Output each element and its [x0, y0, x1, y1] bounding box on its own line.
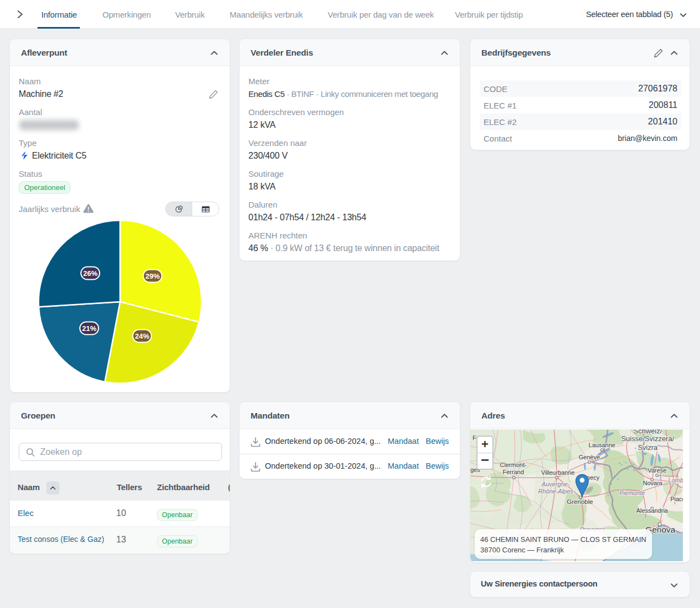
svg-text:Novara: Novara	[643, 480, 663, 486]
svg-text:Genève: Genève	[579, 454, 600, 460]
svg-text:Rhône-Alpes: Rhône-Alpes	[538, 488, 573, 495]
svg-text:Suisse/Svizzera/: Suisse/Svizzera/	[621, 435, 674, 443]
svg-text:Piacen: Piacen	[670, 496, 683, 502]
svg-text:Lausanne: Lausanne	[589, 442, 615, 448]
svg-text:Clermont-: Clermont-	[500, 462, 527, 468]
svg-text:Grenoble: Grenoble	[567, 498, 593, 505]
svg-text:Alessandria: Alessandria	[636, 507, 668, 514]
svg-text:Ferrand: Ferrand	[503, 469, 524, 475]
svg-text:Piemonte: Piemonte	[620, 490, 645, 496]
svg-text:Auvergne-: Auvergne-	[541, 481, 570, 487]
svg-text:Lombar: Lombar	[668, 477, 683, 484]
svg-text:Villeurbanne: Villeurbanne	[541, 469, 575, 476]
svg-text:Svizra: Svizra	[638, 443, 658, 452]
svg-text:Varese: Varese	[648, 467, 666, 474]
